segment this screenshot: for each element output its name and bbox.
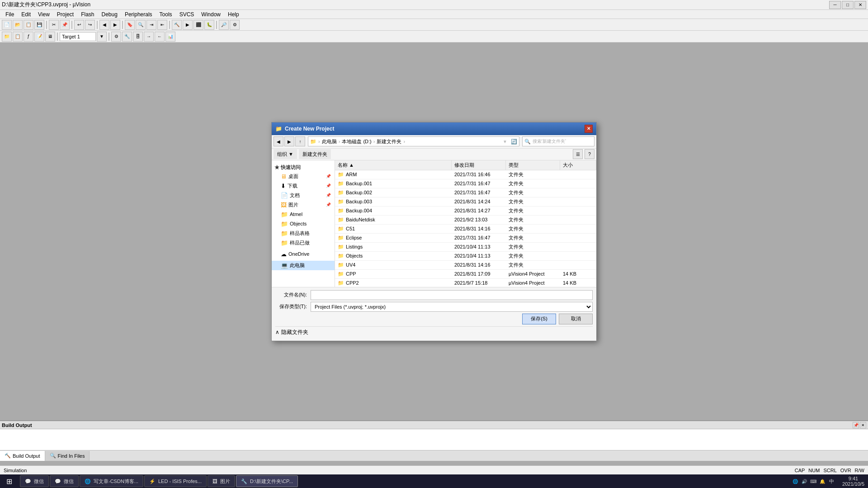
filetype-select[interactable]: Project Files (*.uvproj; *.uvprojx): [311, 302, 593, 312]
table-row[interactable]: 📁Listings 2021/10/4 11:13 文件夹: [335, 243, 596, 252]
taskbar-item-pictures[interactable]: 🖼 图片: [208, 475, 235, 487]
tray-icon-notification[interactable]: 🔔: [819, 478, 826, 485]
open-btn[interactable]: 📂: [13, 20, 23, 30]
dbg-win-btn[interactable]: 🖥: [45, 32, 55, 42]
start-button[interactable]: ⊞: [0, 474, 18, 488]
nav-fwd-btn[interactable]: ▶: [110, 20, 120, 30]
quick-access-header[interactable]: ★ 快速访问: [272, 163, 335, 172]
tray-icon-keyboard[interactable]: ⌨: [810, 478, 817, 485]
forward-btn[interactable]: →: [144, 32, 154, 42]
tab-build-output[interactable]: 🔨 Build Output: [0, 451, 45, 461]
debug-btn[interactable]: 🐛: [204, 20, 214, 30]
sidebar-item-onedrive[interactable]: ☁ OneDrive: [272, 249, 335, 259]
col-size[interactable]: 大小: [560, 160, 596, 170]
table-row[interactable]: 📁Eclipse 2021/7/31 16:47 文件夹: [335, 234, 596, 243]
sidebar-item-desktop[interactable]: 🖥 桌面 📌: [272, 172, 335, 181]
sidebar-item-samples-table[interactable]: 📁 样品表格: [272, 229, 335, 238]
menu-svcs[interactable]: SVCS: [176, 10, 198, 19]
table-row[interactable]: 📁Objects 2021/10/4 11:13 文件夹: [335, 252, 596, 261]
table-row[interactable]: 📁C51 2021/8/31 14:16 文件夹: [335, 225, 596, 234]
cancel-button[interactable]: 取消: [559, 314, 593, 324]
table-row[interactable]: 📁Backup.003 2021/8/31 14:24 文件夹: [335, 197, 596, 206]
menu-view[interactable]: View: [34, 10, 53, 19]
breadcrumb-this-pc[interactable]: 此电脑: [322, 138, 337, 145]
tia-btn[interactable]: 📊: [165, 32, 175, 42]
sidebar-item-samples-done[interactable]: 📁 样品已做: [272, 238, 335, 248]
taskbar-item-wechat1[interactable]: 💬 微信: [20, 475, 49, 487]
zoom-btn[interactable]: 🔎: [219, 20, 229, 30]
file-ext-btn[interactable]: 📋: [13, 32, 23, 42]
sidebar-item-documents[interactable]: 📄 文档 📌: [272, 191, 335, 200]
build-close-btn[interactable]: ✕: [860, 422, 866, 428]
help-btn[interactable]: ?: [585, 149, 594, 159]
menu-help[interactable]: Help: [224, 10, 243, 19]
taskbar-item-wechat2[interactable]: 💬 微信: [50, 475, 79, 487]
menu-flash[interactable]: Flash: [77, 10, 98, 19]
menu-project[interactable]: Project: [53, 10, 77, 19]
db-btn[interactable]: 🗄: [133, 32, 143, 42]
undo-btn[interactable]: ↩: [74, 20, 84, 30]
organize-button[interactable]: 组织 ▼: [274, 149, 297, 159]
table-row[interactable]: 📁UV4 2021/8/31 14:16 文件夹: [335, 261, 596, 270]
copy-btn[interactable]: 📋: [24, 20, 33, 30]
nav-up-button[interactable]: ↑: [295, 136, 305, 146]
save-btn[interactable]: 💾: [34, 20, 44, 30]
save-button[interactable]: 保存(S): [522, 314, 556, 324]
nav-back-button[interactable]: ◀: [274, 136, 283, 146]
target-dropdown[interactable]: Target 1: [60, 32, 96, 41]
breadcrumb-refresh[interactable]: 🔄: [511, 139, 517, 145]
sidebar-item-objects[interactable]: 📁 Objects: [272, 219, 335, 229]
table-row[interactable]: 📁CPP2 2021/9/7 15:18 µVision4 Project 14…: [335, 279, 596, 287]
nav-forward-button[interactable]: ▶: [284, 136, 294, 146]
stop-btn[interactable]: ⬛: [193, 20, 203, 30]
minimize-button[interactable]: ─: [829, 1, 841, 9]
indent-btn[interactable]: ⇥: [146, 20, 156, 30]
sidebar-item-this-pc[interactable]: 💻 此电脑: [272, 261, 335, 270]
proj-btn[interactable]: 📁: [2, 32, 12, 42]
table-row[interactable]: 📁Backup.002 2021/7/31 16:47 文件夹: [335, 188, 596, 197]
component-btn[interactable]: 🔧: [122, 32, 132, 42]
unindent-btn[interactable]: ⇤: [157, 20, 167, 30]
taskbar-item-uvision[interactable]: 🔧 D:\新建文件夹\CP...: [236, 475, 298, 487]
tray-icon-volume[interactable]: 🔊: [801, 478, 808, 485]
manage-btn[interactable]: ⚙: [111, 32, 121, 42]
tray-icon-network[interactable]: 🌐: [792, 478, 799, 485]
menu-file[interactable]: File: [2, 10, 18, 19]
tray-icon-language[interactable]: 中: [828, 478, 835, 485]
table-row[interactable]: 📁BaiduNetdisk 2021/9/2 13:03 文件夹: [335, 216, 596, 225]
new-file-btn[interactable]: 📄: [2, 20, 12, 30]
table-row[interactable]: 📁ARM 2021/7/31 16:46 文件夹: [335, 170, 596, 179]
menu-tools[interactable]: Tools: [156, 10, 176, 19]
tab-find-in-files[interactable]: 🔍 Find In Files: [45, 451, 90, 461]
build-btn[interactable]: 🔨: [172, 20, 182, 30]
view-toggle-btn[interactable]: ☰: [573, 149, 583, 159]
bookmark-btn[interactable]: 🔖: [125, 20, 135, 30]
clock[interactable]: 9:41 2021/10/5: [839, 476, 868, 487]
breadcrumb-new-folder[interactable]: 新建文件夹: [377, 138, 401, 145]
redo-btn[interactable]: ↪: [85, 20, 95, 30]
back-btn[interactable]: ←: [155, 32, 165, 42]
table-row[interactable]: 📁Backup.004 2021/8/31 14:27 文件夹: [335, 206, 596, 216]
dialog-close-button[interactable]: ✕: [585, 125, 593, 133]
sidebar-item-atmel[interactable]: 📁 Atmel: [272, 210, 335, 219]
settings-btn[interactable]: ⚙: [230, 20, 240, 30]
menu-window[interactable]: Window: [198, 10, 224, 19]
new-folder-button[interactable]: 新建文件夹: [299, 149, 331, 159]
cut-btn[interactable]: ✂: [49, 20, 59, 30]
col-date[interactable]: 修改日期: [452, 160, 506, 170]
close-button[interactable]: ✕: [854, 1, 866, 9]
func-btn[interactable]: ƒ: [24, 32, 33, 42]
nav-back-btn[interactable]: ◀: [99, 20, 109, 30]
build-pin-btn[interactable]: 📌: [853, 422, 859, 428]
target-dropdown-arrow[interactable]: ▼: [97, 32, 107, 42]
taskbar-item-csdn[interactable]: 🌐 写文章-CSDN博客...: [80, 475, 143, 487]
maximize-button[interactable]: □: [842, 1, 854, 9]
template-btn[interactable]: 📝: [34, 32, 44, 42]
hide-folders-label[interactable]: 隐藏文件夹: [281, 328, 308, 336]
run-btn[interactable]: ▶: [183, 20, 193, 30]
menu-debug[interactable]: Debug: [98, 10, 121, 19]
breadcrumb-dropdown[interactable]: ▼: [503, 139, 507, 144]
menu-peripherals[interactable]: Peripherals: [121, 10, 156, 19]
filename-input[interactable]: [311, 290, 593, 300]
col-type[interactable]: 类型: [506, 160, 560, 170]
